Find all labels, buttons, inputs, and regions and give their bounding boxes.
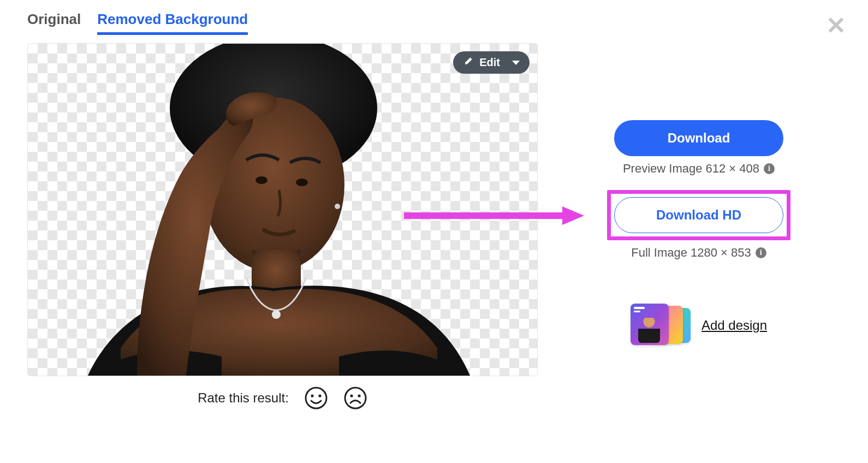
svg-point-9	[318, 394, 321, 397]
download-preview-caption: Preview Image 612 × 408 i	[623, 162, 775, 176]
svg-rect-2	[252, 250, 301, 299]
chevron-down-icon	[512, 61, 520, 65]
add-design-button[interactable]: Add design	[631, 304, 767, 347]
svg-point-8	[311, 394, 313, 397]
edit-button[interactable]: Edit	[453, 51, 530, 74]
annotation-highlight-box: Download HD	[607, 190, 790, 240]
svg-point-0	[170, 43, 377, 182]
download-full-caption: Full Image 1280 × 853 i	[631, 246, 766, 260]
download-full-text: Full Image 1280 × 853	[631, 246, 751, 260]
info-icon[interactable]: i	[764, 163, 775, 174]
design-templates-icon	[631, 304, 691, 347]
tab-original[interactable]: Original	[27, 11, 81, 35]
svg-point-5	[296, 179, 308, 186]
tab-removed-background[interactable]: Removed Background	[97, 11, 248, 35]
svg-point-12	[358, 394, 360, 397]
thumbs-down-frown-button[interactable]	[343, 386, 367, 410]
svg-point-11	[350, 394, 353, 397]
svg-point-1	[203, 97, 344, 272]
rate-result-row: Rate this result:	[27, 386, 538, 410]
thumbs-up-smile-button[interactable]	[304, 386, 328, 410]
result-tabs: Original Removed Background	[27, 11, 551, 35]
download-button[interactable]: Download	[614, 120, 783, 156]
svg-point-7	[306, 388, 326, 408]
close-button[interactable]: ✕	[826, 14, 846, 38]
info-icon[interactable]: i	[756, 247, 766, 258]
edit-button-label: Edit	[479, 56, 500, 69]
download-preview-text: Preview Image 612 × 408	[623, 162, 759, 176]
result-image-stage: Edit	[27, 43, 538, 376]
svg-point-3	[272, 310, 281, 319]
download-hd-button[interactable]: Download HD	[614, 197, 783, 233]
svg-point-6	[335, 204, 340, 209]
svg-point-10	[345, 388, 366, 408]
svg-point-4	[255, 176, 267, 184]
cutout-person-image	[55, 43, 475, 376]
rate-label: Rate this result:	[198, 390, 289, 406]
brush-icon	[463, 56, 474, 69]
add-design-label: Add design	[701, 318, 767, 333]
